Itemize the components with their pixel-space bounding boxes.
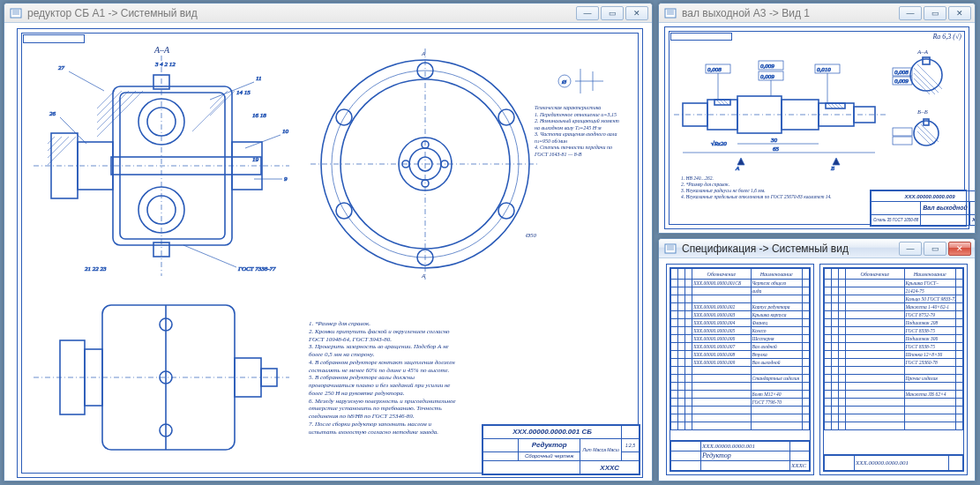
close-button[interactable]: ✕ — [625, 6, 648, 20]
minimize-button[interactable]: — — [899, 242, 922, 256]
window-controls: — ▭ ✕ — [576, 6, 648, 20]
table-row: ХХХ.00000.0000.009Вал выходной — [671, 359, 810, 367]
table-row — [671, 367, 810, 375]
svg-text:11: 11 — [256, 75, 261, 82]
svg-text:27: 27 — [58, 64, 65, 71]
table-row: ХХХ.00000.0000.002Корпус редуктора — [671, 303, 810, 311]
table-row: ХХХ.00000.0000.004Фланец — [671, 319, 810, 327]
shaft-view: 0,008 0,009 0,009 0,010 А Б 65 30 √Rz20 — [674, 48, 886, 181]
close-button[interactable]: ✕ — [948, 242, 971, 256]
drawing-viewport[interactable]: ОбозначениеНаименование ХХХ.00000.0000.0… — [659, 258, 975, 481]
table-row: Подшипник 208 — [825, 319, 963, 327]
close-button[interactable]: ✕ — [948, 6, 971, 20]
svg-text:16  18: 16 18 — [252, 112, 266, 119]
minimize-button[interactable]: — — [576, 6, 599, 20]
designation-box — [670, 33, 732, 41]
svg-text:А–А: А–А — [916, 48, 929, 56]
svg-text:√Rz20: √Rz20 — [711, 140, 727, 147]
technical-notes: 1. *Размер для справок. 2. Кромки притуп… — [309, 320, 459, 436]
drawing-sheet: А–А — [17, 28, 643, 478]
table-row — [825, 367, 963, 375]
window-specification[interactable]: Спецификация -> Системный вид — ▭ ✕ Обоз… — [658, 238, 976, 481]
close-icon: ✕ — [956, 9, 963, 18]
svg-point-104 — [914, 121, 939, 146]
svg-text:А: А — [421, 272, 426, 280]
surface-roughness: Ra 6,3 (√) — [932, 33, 961, 41]
svg-line-25 — [183, 245, 236, 267]
window-controls: — ▭ ✕ — [899, 242, 971, 256]
svg-text:10: 10 — [282, 128, 289, 135]
table-row: ХХХ.00000.0000.008Втулка — [671, 351, 810, 359]
title-bar[interactable]: Спецификация -> Системный вид — ▭ ✕ — [659, 239, 975, 258]
minimize-icon: — — [584, 9, 592, 18]
svg-text:9: 9 — [284, 175, 288, 183]
table-row: Кольцо 50 ГОСТ 9833-73 — [825, 295, 963, 303]
table-row: ГОСТ 8338-75 — [825, 343, 963, 351]
title-bar[interactable]: редуктор СБ А1 -> Системный вид — ▭ ✕ — [4, 4, 652, 23]
table-row: Крышка ГОСТ– — [825, 280, 963, 287]
table-row: ХХХ.00000.0000.006Шестерня — [671, 335, 810, 343]
shaft-notes: 1. НВ 240…262. 2. *Размер для справок. 3… — [681, 175, 866, 200]
table-row — [671, 383, 810, 391]
svg-rect-105 — [924, 119, 929, 125]
svg-text:0,010: 0,010 — [817, 66, 831, 73]
svg-line-19 — [60, 117, 86, 144]
table-row: ХХХ.00000.0000.005Колесо — [671, 327, 810, 335]
window-controls: — ▭ ✕ — [899, 6, 971, 20]
svg-text:19: 19 — [252, 156, 259, 163]
svg-text:14  15: 14 15 — [236, 89, 251, 96]
table-row: ГОСТ 8752-79 — [825, 311, 963, 319]
window-reductor-assembly[interactable]: редуктор СБ А1 -> Системный вид — ▭ ✕ А–… — [4, 3, 653, 481]
minimize-icon: — — [907, 244, 915, 253]
table-row — [671, 422, 810, 430]
table-row — [825, 414, 963, 422]
svg-text:Б–Б: Б–Б — [916, 108, 928, 116]
svg-text:ГОСТ 7338-77: ГОСТ 7338-77 — [237, 265, 276, 272]
svg-text:0,009: 0,009 — [760, 63, 774, 70]
maximize-button[interactable]: ▭ — [924, 242, 946, 256]
table-row: Шпонка 12×8×36 — [825, 351, 963, 359]
table-row: ХХХ.00000.0000.001СБЧертеж общего — [671, 280, 810, 287]
svg-text:21  22  23: 21 22 23 — [85, 265, 107, 272]
table-row — [671, 407, 810, 414]
svg-rect-107 — [893, 137, 912, 145]
minimize-button[interactable]: — — [899, 6, 922, 20]
spec-title-block-left: ХХХ.00000.0000.001 Редуктор ХХХС — [670, 440, 811, 472]
svg-text:0,008: 0,008 — [707, 66, 722, 73]
svg-rect-68 — [665, 9, 676, 18]
table-row: Болт М12×40 — [671, 391, 810, 399]
assembly-section-view: 27 11 26 10 9 ГОСТ 7338-77 21 22 23 3 4 … — [34, 56, 289, 276]
window-title: Спецификация -> Системный вид — [682, 242, 894, 255]
title-bar[interactable]: вал выходной А3 -> Вид 1 — ▭ ✕ — [659, 4, 975, 23]
maximize-button[interactable]: ▭ — [601, 6, 624, 20]
table-row — [825, 422, 963, 430]
svg-text:Ø50: Ø50 — [525, 232, 537, 239]
drawing-viewport[interactable]: А–А — [4, 23, 652, 481]
tech-params: Техническая характеристика 1. Передаточн… — [535, 105, 623, 158]
table-row: ХХХ.00000.0000.007Вал входной — [671, 343, 810, 351]
table-row: Манжета ЛБ 62×4 — [825, 391, 963, 399]
maximize-icon: ▭ — [931, 9, 939, 18]
minimize-icon: — — [907, 9, 915, 18]
svg-rect-108 — [665, 244, 676, 253]
table-row: ХХХ.00000.0000.003Крышка корпуса — [671, 311, 810, 319]
table-row: ГОСТ 7796-70 — [671, 399, 810, 407]
window-output-shaft[interactable]: вал выходной А3 -> Вид 1 — ▭ ✕ Ra 6,3 (√… — [658, 3, 976, 234]
table-row: Манжета 1-40×62-1 — [825, 303, 963, 311]
title-block: ХХХ.00000.0000.001 СБ РедукторЛит Масса … — [482, 424, 640, 475]
maximize-icon: ▭ — [609, 9, 617, 18]
table-row — [825, 399, 963, 407]
drawing-sheet: Ra 6,3 (√) — [664, 26, 969, 229]
spec-table-left: ОбозначениеНаименование ХХХ.00000.0000.0… — [670, 268, 810, 430]
spec-sheet-1: ОбозначениеНаименование ХХХ.00000.0000.0… — [666, 264, 814, 475]
maximize-button[interactable]: ▭ — [924, 6, 946, 20]
table-row: Подшипник 306 — [825, 335, 963, 343]
svg-text:65: 65 — [773, 146, 780, 153]
window-title: вал выходной А3 -> Вид 1 — [682, 7, 894, 19]
drawing-viewport[interactable]: Ra 6,3 (√) — [659, 23, 975, 233]
shaft-sections: А–А 0,008 0,009 Б–Б — [891, 45, 961, 160]
table-row — [671, 414, 810, 422]
svg-text:Б: Б — [830, 165, 834, 172]
svg-rect-0 — [11, 9, 21, 18]
section-label: А–А — [154, 45, 169, 55]
